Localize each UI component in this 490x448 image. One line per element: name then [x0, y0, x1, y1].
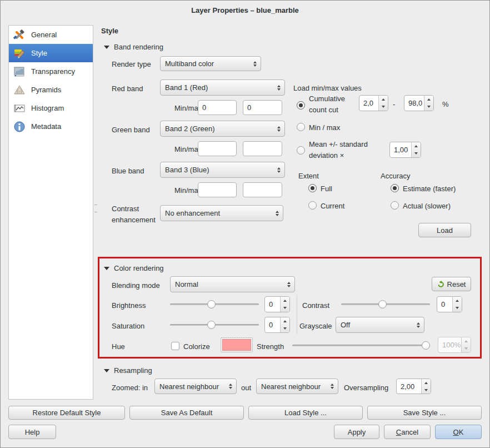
slider-handle[interactable] — [207, 300, 216, 308]
load-minmax-title: Load min/max values — [293, 83, 362, 94]
band-rendering-section-header[interactable]: Band rendering — [104, 43, 163, 51]
minmax-radio[interactable] — [297, 123, 305, 131]
oversampling-label: Oversampling — [344, 382, 388, 394]
sidebar-item-label: Transparency — [31, 67, 75, 76]
extent-full-radio[interactable] — [308, 184, 317, 192]
title-bar[interactable]: Layer Properties – blue_marble — [1, 1, 489, 19]
red-band-label: Red band — [112, 83, 143, 94]
save-as-default-button[interactable]: Save As Default — [129, 406, 244, 420]
combo-arrows-icon — [417, 322, 420, 328]
load-style-button[interactable]: Load Style ... — [248, 406, 363, 420]
splitter-handle[interactable] — [94, 205, 97, 212]
red-band-combo[interactable]: Band 1 (Red) — [160, 79, 285, 96]
slider-groove — [292, 345, 430, 346]
combo-arrows-icon — [277, 167, 281, 173]
spin-buttons[interactable] — [280, 297, 289, 312]
spin-value: 0 — [265, 317, 280, 332]
restore-default-style-button[interactable]: Restore Default Style — [8, 406, 125, 420]
apply-button[interactable]: Apply — [334, 425, 379, 439]
reset-button[interactable]: Reset — [432, 277, 471, 291]
sidebar-item-style[interactable]: Style — [9, 44, 93, 62]
blue-band-combo[interactable]: Band 3 (Blue) — [160, 162, 285, 178]
brightness-spinbox[interactable]: 0 — [264, 296, 290, 312]
cumulative-min-spinbox[interactable]: 2,0 — [359, 95, 388, 111]
resampling-section-header[interactable]: Resampling — [104, 366, 152, 375]
brightness-slider[interactable] — [170, 300, 259, 308]
contrast-spinbox[interactable]: 0 — [437, 296, 462, 312]
cancel-button[interactable]: Cancel — [384, 425, 431, 439]
saturation-slider[interactable] — [170, 321, 259, 329]
button-label: Cancel — [396, 428, 418, 436]
spin-buttons[interactable] — [280, 317, 289, 332]
combo-arrows-icon — [253, 61, 257, 67]
help-button[interactable]: Help — [8, 425, 56, 439]
mean-stddev-label: Mean +/- standard deviation × — [309, 139, 386, 161]
spin-value: 100% — [438, 337, 461, 352]
load-button[interactable]: Load — [418, 223, 471, 237]
transparency-icon — [13, 66, 26, 78]
spin-buttons[interactable] — [452, 297, 462, 312]
cumulative-count-cut-radio[interactable] — [297, 101, 305, 109]
blue-max-input[interactable] — [243, 182, 282, 197]
contrast-slider[interactable] — [341, 300, 430, 308]
combo-value: Band 3 (Blue) — [165, 166, 209, 174]
slider-handle[interactable] — [207, 321, 216, 329]
spin-buttons — [461, 337, 471, 352]
extent-current-label: Current — [321, 201, 344, 212]
saturation-label: Saturation — [112, 321, 144, 332]
cumulative-max-spinbox[interactable]: 98,0 — [404, 95, 434, 111]
saturation-spinbox[interactable]: 0 — [264, 317, 290, 333]
sidebar-item-general[interactable]: General — [9, 26, 93, 44]
button-label: Load — [437, 226, 453, 235]
blending-mode-combo[interactable]: Normal — [170, 276, 295, 292]
save-style-button[interactable]: Save Style ... — [367, 406, 482, 420]
green-band-combo[interactable]: Band 2 (Green) — [160, 121, 285, 137]
zoomed-in-combo[interactable]: Nearest neighbour — [154, 379, 237, 394]
spin-value: 0 — [437, 297, 452, 312]
extent-current-radio[interactable] — [308, 201, 317, 210]
spin-buttons[interactable] — [424, 96, 433, 111]
green-min-input[interactable] — [198, 141, 237, 156]
red-min-input[interactable]: 0 — [198, 100, 237, 115]
sidebar-item-metadata[interactable]: Metadata — [9, 117, 93, 136]
button-label: Apply — [348, 428, 366, 436]
sidebar-item-transparency[interactable]: Transparency — [9, 62, 93, 81]
stddev-spinbox[interactable]: 1,00 — [389, 142, 421, 158]
histogram-icon — [13, 102, 26, 115]
strength-slider[interactable] — [292, 341, 430, 350]
sidebar-item-pyramids[interactable]: Pyramids — [9, 81, 93, 99]
tools-icon — [13, 29, 26, 41]
sidebar-item-label: General — [31, 31, 57, 39]
red-max-input[interactable]: 0 — [243, 100, 282, 115]
render-type-combo[interactable]: Multiband color — [160, 56, 261, 71]
ok-button[interactable]: OK — [435, 425, 482, 439]
zoomed-in-label: Zoomed: in — [112, 382, 148, 394]
swatch-color — [222, 339, 251, 351]
spin-buttons[interactable] — [411, 142, 421, 157]
combo-value: Off — [341, 321, 350, 329]
colorize-checkbox[interactable] — [171, 342, 179, 350]
spin-buttons[interactable] — [378, 96, 388, 111]
color-rendering-section-header[interactable]: Color rendering — [104, 264, 164, 272]
mean-stddev-radio[interactable] — [297, 146, 305, 155]
section-label: Band rendering — [114, 43, 163, 51]
slider-handle[interactable] — [422, 341, 430, 350]
oversampling-spinbox[interactable]: 2,00 — [396, 379, 431, 394]
colorize-color-swatch[interactable] — [221, 337, 253, 352]
section-label: Resampling — [114, 366, 152, 375]
button-label: Save Style ... — [403, 409, 446, 417]
contrast-enhancement-combo[interactable]: No enhancement — [160, 205, 283, 221]
accuracy-actual-label: Actual (slower) — [403, 201, 451, 212]
accuracy-estimate-radio[interactable] — [391, 184, 399, 192]
sidebar-item-histogram[interactable]: Histogram — [9, 99, 93, 117]
spin-buttons[interactable] — [421, 379, 431, 394]
green-max-input[interactable] — [243, 141, 282, 156]
spin-value: 2,0 — [359, 96, 378, 111]
blue-min-input[interactable] — [198, 182, 237, 197]
slider-handle[interactable] — [378, 300, 387, 308]
zoomed-out-label: out — [241, 382, 251, 394]
grayscale-combo[interactable]: Off — [336, 317, 424, 333]
contrast-label: Contrast — [302, 300, 329, 311]
accuracy-actual-radio[interactable] — [391, 201, 399, 210]
zoomed-out-combo[interactable]: Nearest neighbour — [256, 379, 338, 394]
